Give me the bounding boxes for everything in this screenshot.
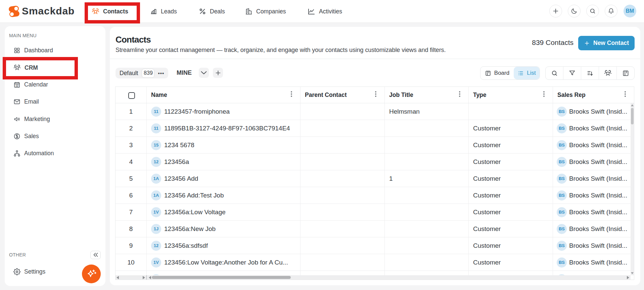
svg-text:12: 12 (15, 84, 19, 87)
